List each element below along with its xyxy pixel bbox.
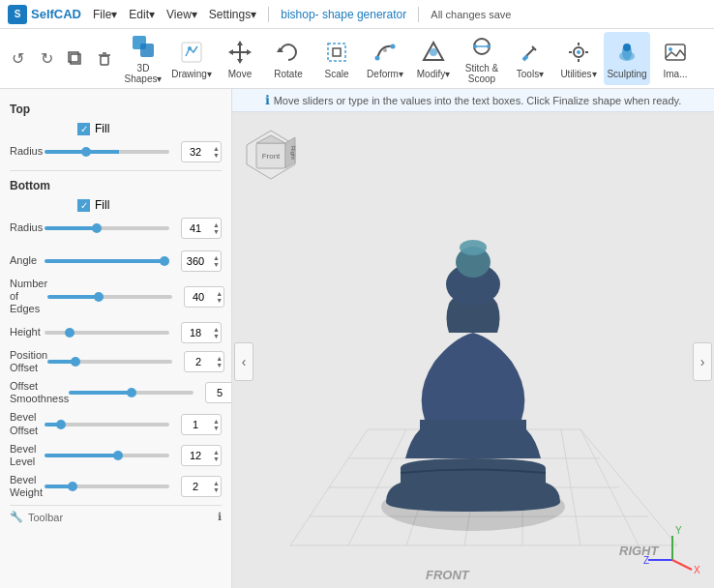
- bottom-fill-checkbox-wrap[interactable]: Fill: [77, 198, 109, 212]
- top-fill-row: Fill: [10, 122, 222, 135]
- num-edges-slider-wrap: [47, 295, 172, 299]
- utilities-icon: [565, 39, 592, 66]
- delete-button[interactable]: [91, 45, 118, 73]
- bottom-radius-up[interactable]: ▲: [212, 221, 221, 228]
- angle-row: Angle ▲ ▼: [10, 250, 222, 272]
- height-label: Height: [10, 326, 45, 338]
- bevel-level-input-wrap: ▲ ▼: [175, 445, 222, 466]
- bevel-offset-slider[interactable]: [45, 423, 169, 426]
- stitch-label: Stitch & Scoop: [461, 63, 503, 84]
- app-logo[interactable]: S SelfCAD: [8, 5, 81, 24]
- toolbar-scale[interactable]: Scale: [313, 32, 360, 85]
- bevel-level-slider[interactable]: [45, 454, 169, 457]
- offset-smoothness-label: OffsetSmoothness: [10, 380, 69, 405]
- viewport-canvas[interactable]: ‹ › Front Right: [232, 112, 714, 588]
- toolbar: ↺ ↻ 3D Shapes▾ Drawing▾: [0, 29, 714, 89]
- copy-button[interactable]: [62, 45, 89, 73]
- toolbar-move[interactable]: Move: [217, 32, 263, 85]
- top-fill-checkbox-wrap[interactable]: Fill: [77, 122, 109, 135]
- logo-icon: S: [8, 5, 27, 24]
- chess-piece: [381, 240, 565, 531]
- height-down[interactable]: ▼: [212, 333, 221, 339]
- top-radius-input-wrap: ▲ ▼: [175, 141, 222, 162]
- bevel-level-up[interactable]: ▲: [212, 449, 221, 456]
- toolbar-tools[interactable]: Tools▾: [507, 32, 553, 85]
- bevel-level-arrows: ▲ ▼: [212, 446, 221, 465]
- bevel-weight-down[interactable]: ▼: [212, 486, 221, 493]
- panel-footer[interactable]: 🔧 Toolbar ℹ: [10, 505, 222, 528]
- toolbar-utilities[interactable]: Utilities▾: [555, 32, 602, 85]
- bottom-fill-checkbox[interactable]: [77, 199, 90, 212]
- stitch-icon: [468, 33, 495, 60]
- position-offset-down[interactable]: ▼: [215, 362, 223, 368]
- top-radius-slider[interactable]: [45, 150, 169, 154]
- offset-smoothness-slider-wrap: [69, 391, 193, 395]
- toolbar-sculpting[interactable]: Sculpting: [604, 32, 650, 85]
- bottom-section-header: Bottom: [10, 179, 222, 192]
- top-fill-checkbox[interactable]: [77, 123, 90, 135]
- viewport[interactable]: ℹ Move sliders or type in the values int…: [232, 89, 714, 588]
- svg-text:Y: Y: [675, 525, 682, 536]
- menu-divider-2: [418, 7, 419, 22]
- position-offset-arrows: ▲ ▼: [215, 352, 223, 371]
- position-offset-slider[interactable]: [47, 360, 172, 364]
- offset-smoothness-slider[interactable]: [69, 391, 193, 395]
- num-edges-label: Number ofEdges: [10, 278, 47, 316]
- toolbar-drawing[interactable]: Drawing▾: [168, 32, 215, 85]
- angle-down[interactable]: ▼: [212, 261, 221, 268]
- top-radius-up[interactable]: ▲: [212, 145, 221, 152]
- offset-smoothness-row: OffsetSmoothness ▲ ▼: [10, 380, 222, 405]
- 3d-shapes-icon: [130, 33, 157, 60]
- position-offset-up[interactable]: ▲: [215, 355, 223, 362]
- toolbar-image[interactable]: Ima...: [652, 32, 699, 85]
- modify-label: Modify▾: [417, 69, 450, 79]
- 3d-shapes-label: 3D Shapes▾: [122, 63, 164, 84]
- toolbar-modify[interactable]: Modify▾: [410, 32, 457, 85]
- menu-divider: [268, 7, 269, 22]
- height-up[interactable]: ▲: [212, 326, 221, 333]
- top-radius-down[interactable]: ▼: [212, 152, 221, 159]
- svg-marker-13: [228, 49, 233, 55]
- toolbar-deform[interactable]: Deform▾: [362, 32, 408, 85]
- bevel-weight-arrows: ▲ ▼: [212, 477, 221, 496]
- menu-edit[interactable]: Edit▾: [129, 8, 155, 21]
- height-input-wrap: ▲ ▼: [175, 322, 222, 343]
- angle-up[interactable]: ▲: [212, 254, 221, 261]
- svg-text:X: X: [694, 565, 700, 575]
- left-panel: Top Fill Radius ▲ ▼ Bott: [0, 89, 232, 588]
- num-edges-input-wrap: ▲ ▼: [178, 286, 224, 308]
- toolbar-stitch[interactable]: Stitch & Scoop: [459, 32, 505, 85]
- num-edges-up[interactable]: ▲: [215, 290, 223, 297]
- menu-view[interactable]: View▾: [166, 8, 197, 21]
- bevel-weight-up[interactable]: ▲: [212, 480, 221, 486]
- toolbar-rotate[interactable]: Rotate: [265, 32, 312, 85]
- redo-button[interactable]: ↻: [33, 45, 60, 73]
- undo-button[interactable]: ↺: [4, 45, 31, 73]
- bevel-weight-slider-wrap: [45, 485, 169, 488]
- bottom-radius-down[interactable]: ▼: [212, 228, 221, 235]
- menu-settings[interactable]: Settings▾: [209, 8, 256, 21]
- svg-point-61: [460, 240, 487, 255]
- menu-file[interactable]: File▾: [93, 8, 117, 21]
- top-radius-slider-wrap: [45, 150, 169, 154]
- svg-point-19: [391, 44, 396, 48]
- bevel-offset-up[interactable]: ▲: [212, 418, 221, 425]
- bevel-weight-slider[interactable]: [45, 485, 169, 488]
- svg-point-26: [487, 44, 491, 48]
- height-slider[interactable]: [45, 331, 169, 335]
- bevel-level-down[interactable]: ▼: [212, 456, 221, 462]
- bevel-level-row: Bevel Level ▲ ▼: [10, 443, 222, 468]
- bottom-radius-slider[interactable]: [45, 226, 169, 230]
- svg-point-18: [375, 55, 380, 60]
- num-edges-down[interactable]: ▼: [215, 297, 223, 304]
- angle-slider[interactable]: [45, 259, 169, 263]
- svg-marker-12: [237, 59, 243, 64]
- drawing-icon: [178, 39, 205, 66]
- num-edges-slider[interactable]: [47, 295, 172, 299]
- project-name: bishop- shape generator: [281, 8, 406, 21]
- bevel-offset-arrows: ▲ ▼: [212, 415, 221, 434]
- angle-label: Angle: [10, 254, 45, 267]
- toolbar-3d-shapes[interactable]: 3D Shapes▾: [120, 32, 166, 85]
- offset-smoothness-input[interactable]: [205, 382, 232, 403]
- bevel-offset-down[interactable]: ▼: [212, 425, 221, 431]
